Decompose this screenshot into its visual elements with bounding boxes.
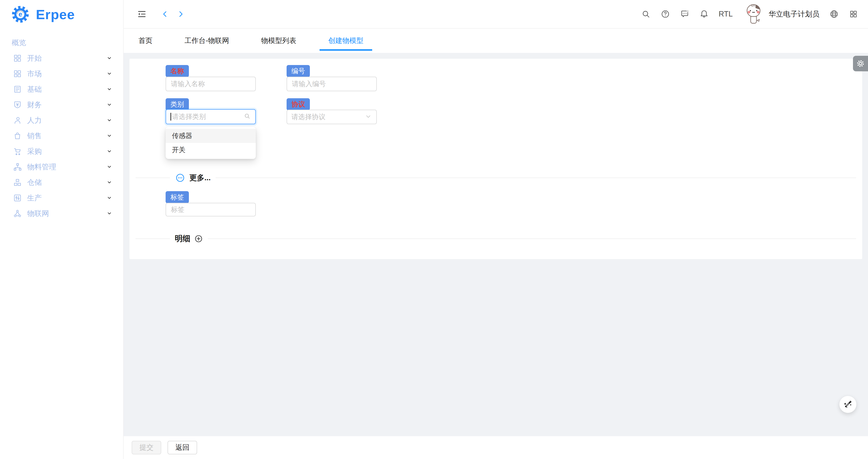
divider-line	[216, 178, 856, 178]
detail-label: 明细	[175, 233, 190, 244]
user-icon	[13, 116, 22, 125]
sidebar-item-hr[interactable]: 人力	[0, 113, 123, 128]
dropdown-option-switch[interactable]: 开关	[165, 143, 256, 157]
more-label: 更多...	[189, 173, 211, 183]
code-input[interactable]	[287, 77, 377, 91]
field-label-category: 类别	[165, 98, 189, 110]
protocol-select[interactable]: 请选择协议	[287, 110, 377, 124]
chevron-down-icon	[106, 102, 113, 108]
help-icon[interactable]	[660, 9, 670, 19]
tab-workbench-iot[interactable]: 工作台-物联网	[176, 29, 238, 53]
boxes-icon	[13, 178, 22, 187]
form-card: 名称 编号 类别 协议 请选择类别 请选择协议	[129, 59, 862, 259]
tag-input[interactable]	[165, 203, 256, 217]
sidebar-item-label: 采购	[27, 146, 42, 156]
sidebar-item-label: 财务	[27, 100, 42, 110]
submit-button[interactable]: 提交	[132, 441, 161, 454]
sidebar-overview-label: 概览	[12, 38, 123, 47]
finance-shield-icon	[13, 101, 22, 109]
sidebar-item-sales[interactable]: 销售	[0, 128, 123, 144]
nav-forward-icon[interactable]	[176, 9, 185, 19]
tab-label: 物模型列表	[261, 36, 296, 46]
sidebar-item-iot[interactable]: 物联网	[0, 206, 123, 221]
main-area: RTL 华立电子计划员	[124, 0, 868, 459]
topbar: RTL 华立电子计划员	[124, 0, 868, 29]
sidebar-item-production[interactable]: 生产	[0, 190, 123, 206]
gear-icon	[856, 59, 865, 68]
user-menu[interactable]: 华立电子计划员	[742, 2, 819, 26]
avatar	[742, 2, 765, 26]
sidebar-item-label: 市场	[27, 69, 42, 79]
dropdown-option-sensor[interactable]: 传感器	[165, 129, 256, 143]
tab-home[interactable]: 首页	[130, 29, 161, 53]
content: 名称 编号 类别 协议 请选择类别 请选择协议	[124, 53, 868, 436]
field-label-name: 名称	[165, 65, 189, 77]
chevron-down-icon	[106, 70, 113, 77]
sidebar-item-label: 物联网	[27, 209, 49, 219]
field-label-tag: 标签	[165, 191, 189, 203]
sidebar-item-label: 生产	[27, 193, 42, 203]
apps-grid-icon[interactable]	[848, 9, 858, 19]
message-icon[interactable]	[680, 9, 689, 19]
category-select[interactable]: 请选择类别	[165, 109, 256, 124]
username: 华立电子计划员	[769, 9, 819, 19]
tab-label: 创建物模型	[328, 36, 364, 46]
rtl-toggle[interactable]: RTL	[719, 10, 733, 19]
chevron-down-icon	[106, 117, 113, 123]
chevron-down-icon	[106, 164, 113, 170]
cluster-icon	[13, 163, 22, 171]
tab-label: 首页	[138, 36, 153, 46]
sidebar-item-market[interactable]: 市场	[0, 66, 123, 82]
chevron-down-icon	[106, 86, 113, 92]
chevron-down-icon	[106, 148, 113, 154]
sidebar-item-material[interactable]: 物料管理	[0, 159, 123, 175]
text-caret	[170, 113, 171, 121]
magic-wand-icon	[843, 400, 853, 409]
search-icon	[244, 113, 251, 121]
more-trigger[interactable]: 更多...	[170, 172, 216, 183]
nav-back-icon[interactable]	[160, 9, 170, 19]
shopping-bag-icon	[13, 132, 22, 140]
chevron-down-icon	[106, 133, 113, 139]
brand-name: Erpee	[36, 6, 75, 22]
sidebar-item-warehouse[interactable]: 仓储	[0, 175, 123, 190]
divider-line	[135, 178, 170, 178]
appstore-icon	[13, 54, 22, 63]
shopping-cart-icon	[13, 147, 22, 156]
back-button[interactable]: 返回	[167, 441, 197, 454]
sidebar-item-basic[interactable]: 基础	[0, 82, 123, 97]
topbar-left	[137, 9, 185, 19]
magic-wand-button[interactable]	[839, 396, 856, 413]
sidebar-item-label: 人力	[27, 115, 42, 125]
sidebar-item-start[interactable]: 开始	[0, 51, 123, 66]
plus-circle-icon[interactable]	[194, 234, 203, 243]
field-label-code: 编号	[287, 65, 310, 77]
document-icon	[13, 85, 22, 94]
search-icon[interactable]	[641, 9, 651, 19]
svg-text:e: e	[19, 11, 22, 18]
chevron-down-icon	[106, 179, 113, 185]
app-root: e Erpee 概览 开始 市场 基础 财务	[0, 0, 868, 459]
divider-line	[208, 238, 856, 239]
protocol-placeholder: 请选择协议	[291, 112, 326, 121]
brand-logo[interactable]: e Erpee	[0, 0, 123, 29]
more-divider: 更多...	[135, 172, 856, 183]
menu-fold-icon[interactable]	[137, 9, 147, 19]
sidebar-item-finance[interactable]: 财务	[0, 97, 123, 113]
tab-model-list[interactable]: 物模型列表	[252, 29, 305, 53]
chevron-down-icon	[106, 195, 113, 201]
chevron-down-icon	[106, 210, 113, 217]
sidebar-menu: 开始 市场 基础 财务 人力	[0, 51, 123, 221]
settings-gear-button[interactable]	[853, 56, 868, 71]
bell-icon[interactable]	[699, 9, 709, 19]
more-ellipsis-icon	[175, 172, 185, 183]
detail-header: 明细	[170, 233, 208, 244]
notification-dot	[686, 10, 689, 12]
chevron-down-icon	[365, 113, 372, 121]
gear-cloud-logo-icon: e	[10, 4, 31, 25]
globe-icon[interactable]	[829, 9, 839, 19]
sidebar-item-label: 销售	[27, 131, 42, 141]
tab-create-model[interactable]: 创建物模型	[319, 29, 372, 53]
name-input[interactable]	[165, 77, 256, 91]
sidebar-item-purchase[interactable]: 采购	[0, 144, 123, 159]
